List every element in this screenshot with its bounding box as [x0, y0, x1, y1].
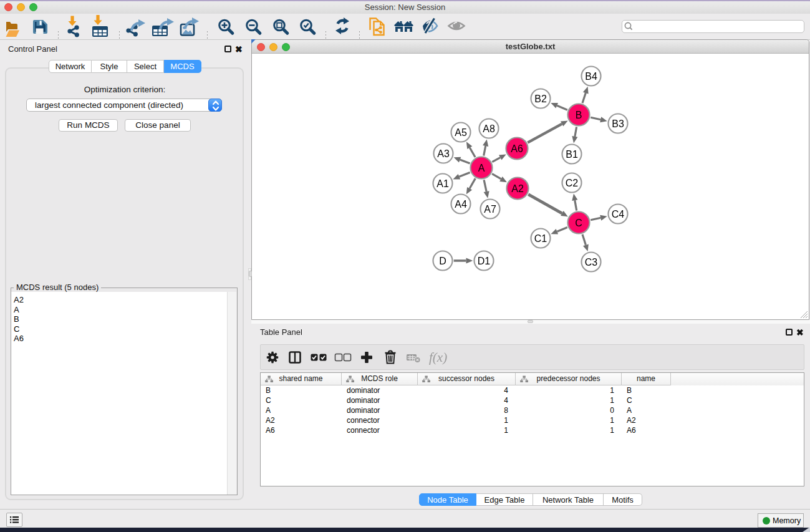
svg-text:B1: B1	[566, 149, 578, 160]
svg-text:A: A	[478, 163, 485, 173]
svg-text:B3: B3	[612, 118, 624, 129]
svg-text:A6: A6	[511, 143, 523, 154]
svg-text:A8: A8	[483, 123, 495, 134]
svg-text:A5: A5	[455, 127, 467, 138]
svg-text:B2: B2	[534, 94, 547, 104]
svg-text:C: C	[575, 218, 582, 228]
svg-text:f(x): f(x)	[429, 350, 447, 365]
svg-text:C4: C4	[612, 209, 625, 220]
svg-text:C1: C1	[534, 233, 547, 244]
svg-text:A2: A2	[511, 183, 524, 194]
svg-text:C3: C3	[585, 257, 598, 268]
svg-text:B4: B4	[585, 71, 597, 82]
svg-text:B: B	[576, 110, 582, 120]
svg-text:A4: A4	[455, 199, 467, 210]
svg-text:A7: A7	[484, 204, 496, 215]
svg-text:A3: A3	[437, 148, 450, 159]
svg-text:D: D	[439, 256, 446, 266]
svg-text:D1: D1	[478, 256, 491, 266]
svg-text:A1: A1	[436, 178, 449, 189]
svg-text:C2: C2	[566, 178, 579, 188]
